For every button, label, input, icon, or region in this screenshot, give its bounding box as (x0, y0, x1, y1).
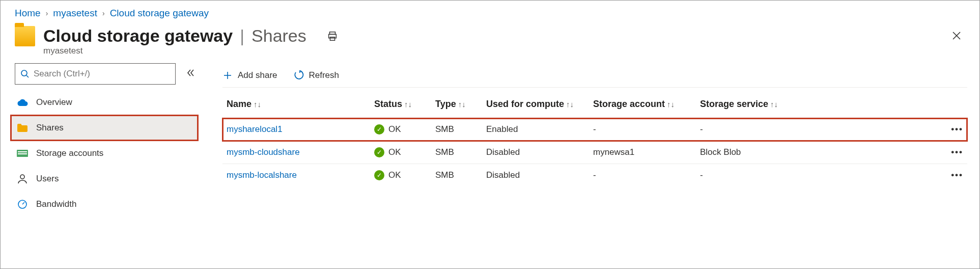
column-name[interactable]: Name↑↓ (222, 92, 370, 118)
sort-icon: ↑↓ (770, 100, 778, 109)
status-text: OK (388, 147, 401, 157)
account-cell: mynewsa1 (589, 141, 696, 164)
sort-icon: ↑↓ (254, 100, 261, 109)
search-icon (20, 69, 30, 78)
sort-icon: ↑↓ (458, 100, 466, 109)
breadcrumb: Home › myasetest › Cloud storage gateway (1, 1, 979, 24)
print-icon[interactable] (327, 31, 338, 44)
breadcrumb-resource[interactable]: myasetest (53, 8, 97, 19)
sidebar-item-bandwidth[interactable]: Bandwidth (11, 192, 198, 217)
refresh-label: Refresh (309, 70, 340, 80)
compute-cell: Enabled (482, 118, 589, 141)
search-input-wrapper[interactable] (15, 63, 176, 85)
table-row[interactable]: mysmb-cloudshare✓OKSMBDisabledmynewsa1Bl… (222, 141, 967, 164)
sidebar-item-shares[interactable]: Shares (11, 115, 198, 141)
table-row[interactable]: mysmb-localshare✓OKSMBDisabled--••• (222, 164, 967, 187)
type-cell: SMB (431, 118, 482, 141)
status-text: OK (388, 124, 401, 134)
service-cell: Block Blob (696, 141, 798, 164)
share-name-link[interactable]: mysmb-localshare (227, 170, 297, 180)
sidebar-item-label: Bandwidth (36, 199, 76, 209)
svg-line-6 (26, 75, 29, 77)
sidebar-item-overview[interactable]: Overview (11, 90, 198, 115)
column-account[interactable]: Storage account↑↓ (589, 92, 696, 118)
table-row[interactable]: mysharelocal1✓OKSMBEnabled--••• (222, 118, 967, 141)
refresh-icon (294, 70, 304, 80)
share-name-link[interactable]: mysmb-cloudshare (227, 147, 300, 157)
check-icon: ✓ (374, 170, 384, 180)
sidebar-item-users[interactable]: Users (11, 166, 198, 192)
close-icon[interactable] (948, 26, 965, 47)
folder-icon (15, 26, 35, 46)
column-type[interactable]: Type↑↓ (431, 92, 482, 118)
title-separator: | (240, 26, 244, 46)
svg-rect-2 (330, 37, 334, 40)
sidebar-item-label: Storage accounts (36, 148, 103, 158)
cloud-icon (17, 97, 28, 108)
compute-cell: Disabled (482, 141, 589, 164)
check-icon: ✓ (374, 147, 384, 157)
svg-point-10 (20, 175, 24, 179)
storage-icon (17, 148, 28, 159)
chevron-right-icon: › (46, 9, 48, 17)
svg-rect-9 (18, 153, 27, 154)
sidebar-item-label: Overview (36, 97, 72, 107)
breadcrumb-page[interactable]: Cloud storage gateway (110, 8, 209, 19)
collapse-sidebar-icon[interactable] (183, 65, 198, 83)
row-more-button[interactable]: ••• (798, 164, 967, 187)
breadcrumb-home[interactable]: Home (15, 8, 41, 19)
sidebar-item-label: Shares (36, 123, 64, 133)
type-cell: SMB (431, 164, 482, 187)
refresh-button[interactable]: Refresh (294, 70, 340, 80)
plus-icon (222, 70, 233, 80)
type-cell: SMB (431, 141, 482, 164)
sort-icon: ↑↓ (404, 100, 412, 109)
search-input[interactable] (34, 69, 170, 79)
page-subtitle: myasetest (43, 46, 338, 56)
account-cell: - (589, 118, 696, 141)
sort-icon: ↑↓ (667, 100, 675, 109)
page-section: Shares (251, 26, 306, 46)
row-more-button[interactable]: ••• (798, 118, 967, 141)
column-compute[interactable]: Used for compute↑↓ (482, 92, 589, 118)
svg-rect-8 (18, 151, 27, 152)
column-service[interactable]: Storage service↑↓ (696, 92, 798, 118)
gauge-icon (17, 199, 28, 210)
check-icon: ✓ (374, 124, 384, 134)
add-share-label: Add share (238, 70, 277, 80)
compute-cell: Disabled (482, 164, 589, 187)
add-share-button[interactable]: Add share (222, 70, 277, 80)
folder-icon (17, 122, 28, 133)
service-cell: - (696, 118, 798, 141)
share-name-link[interactable]: mysharelocal1 (227, 124, 283, 134)
sidebar-item-label: Users (36, 174, 59, 184)
service-cell: - (696, 164, 798, 187)
column-status[interactable]: Status↑↓ (370, 92, 431, 118)
chevron-right-icon: › (102, 9, 105, 17)
account-cell: - (589, 164, 696, 187)
sort-icon: ↑↓ (566, 100, 574, 109)
page-title: Cloud storage gateway (43, 26, 233, 46)
sidebar-item-storage-accounts[interactable]: Storage accounts (11, 141, 198, 166)
status-text: OK (388, 170, 401, 180)
svg-line-12 (22, 202, 24, 204)
user-icon (17, 173, 28, 184)
row-more-button[interactable]: ••• (798, 141, 967, 164)
svg-point-5 (21, 70, 27, 76)
